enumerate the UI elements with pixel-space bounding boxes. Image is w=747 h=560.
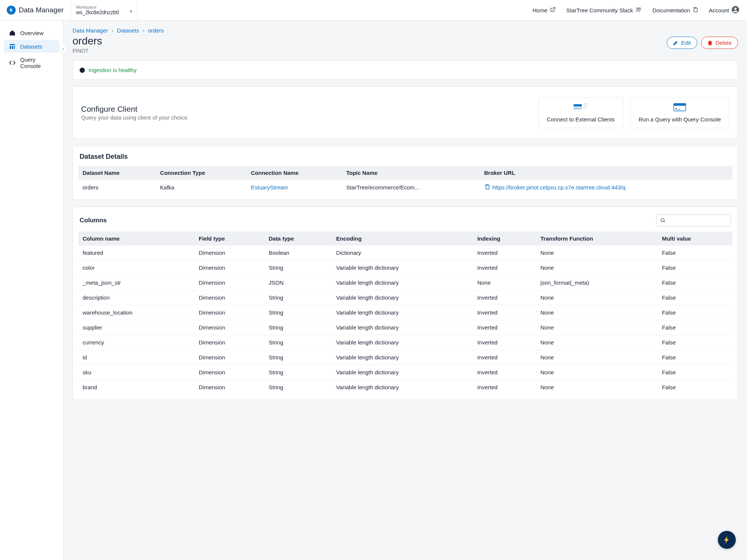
svg-point-15 (661, 219, 664, 222)
svg-point-1 (639, 7, 640, 9)
copy-icon (692, 7, 698, 14)
details-row: orders Kafka EstuaryStream StarTree/ecom… (78, 180, 732, 195)
workspace-selector[interactable]: Workspace ws_2kc8e2dnzzb0 ▼ (70, 0, 138, 20)
cell-transform: json_format(_meta) (536, 275, 657, 290)
external-link-icon (550, 7, 556, 14)
cell-enc: Variable length dictionary (332, 335, 473, 350)
breadcrumb-datasets[interactable]: Datasets (117, 27, 139, 34)
main-content: Data Manager › Datasets › orders orders … (64, 21, 747, 560)
cell-idx: Inverted (473, 245, 536, 260)
layout: ‹ Overview Datasets Query Console Data M… (0, 21, 747, 560)
fab-button[interactable] (718, 531, 736, 549)
connect-external-clients-button[interactable]: Connect to External Clients (538, 97, 623, 128)
svg-rect-10 (574, 107, 582, 109)
cell-multi: False (658, 290, 732, 305)
cell-transform: None (536, 335, 657, 350)
cell-enc: Variable length dictionary (332, 350, 473, 365)
sidebar-item-overview[interactable]: Overview (4, 27, 59, 39)
details-title: Dataset Details (73, 146, 738, 166)
cell-field: Dimension (194, 380, 264, 395)
servers-icon (573, 103, 589, 112)
th-transform: Transform Function (536, 232, 657, 245)
svg-rect-8 (14, 46, 15, 49)
details-table: Dataset Name Connection Type Connection … (78, 166, 732, 195)
columns-card: Columns Column name Field type Data type… (72, 207, 738, 400)
nav-slack[interactable]: StarTree Community Slack (566, 7, 642, 14)
cell-dataset-name: orders (78, 180, 155, 195)
top-nav: Home StarTree Community Slack Documentat… (525, 6, 747, 15)
sidebar-item-datasets[interactable]: Datasets (4, 40, 59, 53)
columns-search[interactable] (656, 214, 731, 226)
cell-name: color (78, 260, 194, 275)
columns-title: Columns (80, 217, 107, 224)
brand[interactable]: Data Manager (0, 0, 70, 20)
cell-field: Dimension (194, 365, 264, 380)
nav-home-label: Home (533, 7, 547, 13)
status-dot-icon (80, 68, 85, 73)
breadcrumb-root[interactable]: Data Manager (72, 27, 108, 34)
cell-data: String (264, 320, 332, 335)
edit-label: Edit (681, 40, 691, 46)
table-row: descriptionDimensionStringVariable lengt… (78, 290, 732, 305)
cell-field: Dimension (194, 305, 264, 320)
cell-data: String (264, 380, 332, 395)
svg-rect-5 (10, 44, 15, 45)
cell-name: warehouse_location (78, 305, 194, 320)
search-icon (660, 217, 666, 223)
th-multi: Multi value (658, 232, 732, 245)
cell-conn-name[interactable]: EstuaryStream (247, 180, 342, 195)
cell-enc: Dictionary (332, 245, 473, 260)
cell-data: String (264, 335, 332, 350)
cell-idx: Inverted (473, 320, 536, 335)
sidebar-datasets-label: Datasets (20, 43, 42, 50)
cell-name: id (78, 350, 194, 365)
svg-point-4 (734, 7, 737, 10)
configure-subtitle: Query your data using client of your cho… (81, 114, 189, 121)
nav-home[interactable]: Home (533, 7, 556, 14)
topbar: Data Manager Workspace ws_2kc8e2dnzzb0 ▼… (0, 0, 747, 21)
cell-enc: Variable length dictionary (332, 290, 473, 305)
breadcrumb: Data Manager › Datasets › orders (72, 27, 738, 34)
cell-name: featured (78, 245, 194, 260)
cell-transform: None (536, 380, 657, 395)
cell-name: description (78, 290, 194, 305)
sidebar-item-query-console[interactable]: Query Console (4, 53, 59, 72)
cell-multi: False (658, 335, 732, 350)
cell-multi: False (658, 365, 732, 380)
workspace-label: Workspace (76, 5, 130, 9)
cell-idx: Inverted (473, 365, 536, 380)
cell-conn-type: Kafka (155, 180, 246, 195)
cell-enc: Variable length dictionary (332, 275, 473, 290)
table-row: idDimensionStringVariable length diction… (78, 350, 732, 365)
table-row: _meta_json_strDimensionJSONVariable leng… (78, 275, 732, 290)
chevron-right-icon: › (143, 28, 144, 33)
table-row: featuredDimensionBooleanDictionaryInvert… (78, 245, 732, 260)
cell-idx: Inverted (473, 305, 536, 320)
nav-docs[interactable]: Documentation (652, 7, 698, 14)
svg-rect-2 (694, 8, 697, 12)
th-topic: Topic Name (342, 166, 479, 180)
cell-multi: False (658, 245, 732, 260)
chevron-left-icon: ‹ (62, 46, 64, 52)
cell-transform: None (536, 305, 657, 320)
delete-button[interactable]: Delete (701, 37, 738, 49)
cell-transform: None (536, 260, 657, 275)
sidebar-collapse-button[interactable]: ‹ (59, 44, 68, 53)
run-query-label: Run a Query with Query Console (639, 116, 721, 123)
configure-title: Configure Client (81, 105, 189, 114)
table-icon (9, 43, 16, 50)
nav-account[interactable]: Account (709, 6, 740, 15)
cell-name: supplier (78, 320, 194, 335)
broker-url[interactable]: https://broker.pinot.celpxu.cp.s7e.start… (493, 184, 626, 191)
cell-multi: False (658, 305, 732, 320)
columns-search-input[interactable] (669, 217, 727, 223)
cell-transform: None (536, 320, 657, 335)
cell-name: sku (78, 365, 194, 380)
cell-field: Dimension (194, 320, 264, 335)
copy-broker-button[interactable] (484, 184, 490, 191)
cell-data: String (264, 305, 332, 320)
edit-button[interactable]: Edit (667, 37, 697, 49)
table-row: skuDimensionStringVariable length dictio… (78, 365, 732, 380)
run-query-console-button[interactable]: Run a Query with Query Console (630, 97, 729, 128)
th-data-type: Data type (264, 232, 332, 245)
